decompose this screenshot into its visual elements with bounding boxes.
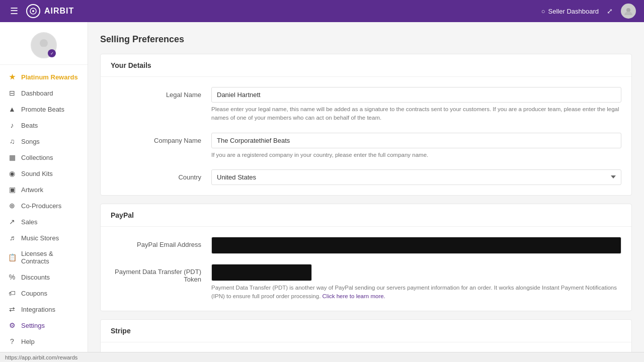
- seller-icon: ○: [541, 8, 545, 15]
- integrations-icon: ⇄: [8, 305, 16, 313]
- sidebar-item-collections[interactable]: ▦ Collections: [0, 149, 88, 165]
- your-details-header: Your Details: [101, 54, 631, 77]
- paypal-email-label: PayPal Email Address: [111, 237, 211, 254]
- coupons-icon: 🏷: [8, 289, 16, 297]
- licenses-icon: 📋: [8, 253, 16, 261]
- beats-icon: ♪: [8, 121, 16, 129]
- legal-name-label: Legal Name: [111, 87, 211, 123]
- logo: AIRBIT: [26, 4, 74, 18]
- main-content: Selling Preferences Your Details Legal N…: [88, 22, 644, 352]
- coupons-label: Coupons: [21, 290, 47, 297]
- artwork-label: Artwork: [21, 186, 43, 194]
- main-layout: ✓ ★ Platinum Rewards ⊟ Dashboard ▲ Promo…: [0, 22, 644, 352]
- top-navigation: ☰ AIRBIT ○ Seller Dashboard ⤢: [0, 0, 644, 22]
- sidebar-item-platinum-rewards[interactable]: ★ Platinum Rewards: [0, 69, 88, 85]
- pdt-hint-main: Payment Data Transfer (PDT) is another w…: [211, 285, 617, 299]
- sidebar-item-dashboard[interactable]: ⊟ Dashboard: [0, 85, 88, 101]
- user-profile: ✓: [0, 22, 88, 65]
- paypal-email-wrap: [211, 237, 621, 254]
- settings-label: Settings: [21, 322, 45, 329]
- sidebar-item-artwork[interactable]: ▣ Artwork: [0, 182, 88, 198]
- songs-icon: ♫: [8, 137, 16, 145]
- pdt-row: Payment Data Transfer (PDT) Token Paymen…: [111, 264, 621, 301]
- pdt-hint: Payment Data Transfer (PDT) is another w…: [211, 284, 621, 301]
- stripe-card: Stripe Credit Card Support S Unlink Stri…: [100, 319, 632, 352]
- legal-name-hint: Please enter your legal name, this name …: [211, 105, 621, 123]
- sound-kits-icon: ◉: [8, 169, 16, 177]
- svg-point-2: [626, 8, 630, 12]
- pdt-wrap: Payment Data Transfer (PDT) is another w…: [211, 264, 621, 301]
- sidebar-item-licenses-contracts[interactable]: 📋 Licenses & Contracts: [0, 246, 88, 269]
- your-details-body: Legal Name Please enter your legal name,…: [101, 77, 631, 195]
- sidebar-item-discounts[interactable]: % Discounts: [0, 269, 88, 285]
- legal-name-row: Legal Name Please enter your legal name,…: [111, 87, 621, 123]
- settings-icon: ⚙: [8, 321, 16, 329]
- expand-icon[interactable]: ⤢: [607, 7, 613, 15]
- sidebar: ✓ ★ Platinum Rewards ⊟ Dashboard ▲ Promo…: [0, 22, 88, 352]
- dashboard-label: Dashboard: [21, 89, 53, 97]
- dashboard-icon: ⊟: [8, 89, 16, 97]
- pdt-label: Payment Data Transfer (PDT) Token: [111, 264, 211, 301]
- pdt-input[interactable]: [211, 264, 312, 281]
- paypal-card: PayPal PayPal Email Address Payment Data…: [100, 204, 632, 312]
- company-name-row: Company Name If you are a registered com…: [111, 133, 621, 159]
- paypal-body: PayPal Email Address Payment Data Transf…: [101, 227, 631, 311]
- co-producers-icon: ⊕: [8, 202, 16, 210]
- svg-point-3: [40, 39, 48, 47]
- country-row: Country United States: [111, 169, 621, 185]
- seller-dashboard-link[interactable]: ○ Seller Dashboard: [541, 8, 599, 15]
- pdt-hint-link[interactable]: Click here to learn more.: [323, 293, 385, 299]
- company-name-label: Company Name: [111, 133, 211, 159]
- help-label: Help: [21, 338, 35, 345]
- sidebar-item-coupons[interactable]: 🏷 Coupons: [0, 285, 88, 301]
- platinum-rewards-label: Platinum Rewards: [21, 73, 78, 81]
- music-stores-label: Music Stores: [21, 234, 59, 242]
- user-badge: ✓: [48, 49, 56, 57]
- sidebar-item-settings[interactable]: ⚙ Settings: [0, 317, 88, 333]
- hamburger-button[interactable]: ☰: [8, 4, 20, 19]
- your-details-card: Your Details Legal Name Please enter you…: [100, 54, 632, 196]
- stripe-body: Credit Card Support S Unlink Stripe You …: [101, 342, 631, 352]
- collections-label: Collections: [21, 154, 53, 161]
- user-avatar-sidebar[interactable]: ✓: [31, 32, 57, 58]
- discounts-label: Discounts: [21, 274, 50, 281]
- svg-point-1: [32, 10, 34, 12]
- songs-label: Songs: [21, 138, 40, 145]
- sales-icon: ↗: [8, 218, 16, 226]
- promote-beats-label: Promote Beats: [21, 106, 64, 113]
- legal-name-input[interactable]: [211, 87, 621, 103]
- sidebar-item-beats[interactable]: ♪ Beats: [0, 117, 88, 133]
- sidebar-item-music-stores[interactable]: ♬ Music Stores: [0, 230, 88, 246]
- sidebar-item-promote-beats[interactable]: ▲ Promote Beats: [0, 101, 88, 117]
- status-bar: https://app.airbit.com/rewards: [0, 352, 644, 362]
- paypal-email-row: PayPal Email Address: [111, 237, 621, 254]
- logo-icon: [26, 4, 40, 18]
- topnav-left: ☰ AIRBIT: [8, 4, 74, 19]
- discounts-icon: %: [8, 273, 16, 281]
- sidebar-item-songs[interactable]: ♫ Songs: [0, 133, 88, 149]
- promote-icon: ▲: [8, 105, 16, 113]
- logo-text: AIRBIT: [44, 7, 74, 16]
- sidebar-navigation: ★ Platinum Rewards ⊟ Dashboard ▲ Promote…: [0, 65, 88, 352]
- star-icon: ★: [8, 73, 16, 81]
- sidebar-item-help[interactable]: ? Help: [0, 333, 88, 349]
- company-name-hint: If you are a registered company in your …: [211, 151, 621, 159]
- artwork-icon: ▣: [8, 186, 16, 194]
- stripe-header: Stripe: [101, 320, 631, 342]
- page-title: Selling Preferences: [100, 34, 632, 45]
- paypal-email-input[interactable]: [211, 237, 621, 254]
- sidebar-item-sound-kits[interactable]: ◉ Sound Kits: [0, 165, 88, 182]
- topnav-right: ○ Seller Dashboard ⤢: [541, 4, 636, 19]
- sidebar-item-integrations[interactable]: ⇄ Integrations: [0, 301, 88, 317]
- legal-name-wrap: Please enter your legal name, this name …: [211, 87, 621, 123]
- country-select[interactable]: United States: [211, 169, 621, 185]
- company-name-input[interactable]: [211, 133, 621, 148]
- user-avatar-topnav[interactable]: [621, 4, 636, 19]
- music-stores-icon: ♬: [8, 234, 16, 242]
- country-label: Country: [111, 169, 211, 185]
- co-producers-label: Co-Producers: [21, 202, 61, 210]
- sidebar-item-co-producers[interactable]: ⊕ Co-Producers: [0, 198, 88, 214]
- paypal-header: PayPal: [101, 204, 631, 227]
- sidebar-item-sales[interactable]: ↗ Sales: [0, 214, 88, 230]
- help-icon: ?: [8, 337, 16, 345]
